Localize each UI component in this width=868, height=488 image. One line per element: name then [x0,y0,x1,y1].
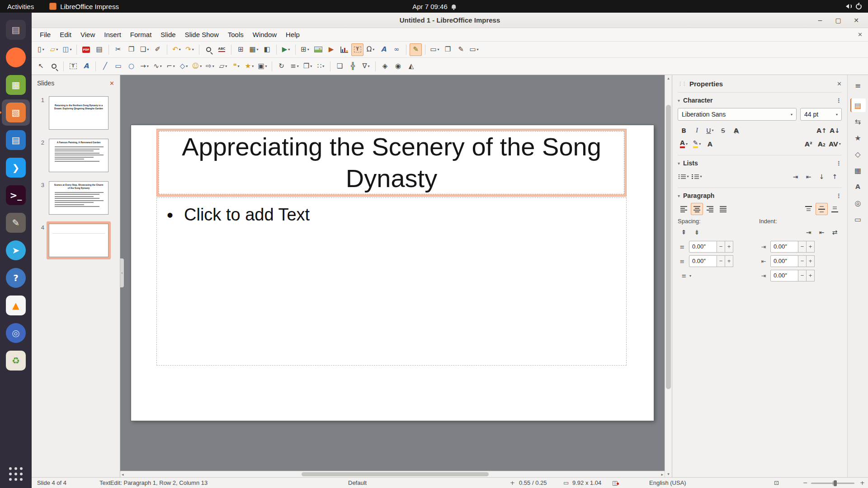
cut-button[interactable]: ✂ [112,43,124,56]
glue-points-button[interactable]: ◉ [392,60,404,73]
menu-tools[interactable]: Tools [223,28,248,42]
dock-item-libreoffice-impress[interactable]: ▧ [2,99,30,126]
insert-special-character-button[interactable]: Ω▾ [364,43,377,56]
slide-thumbnail-1[interactable]: 1Returning to the Northern Song Dynasty … [34,94,120,132]
connectors-button[interactable]: ⌐▾ [165,60,177,73]
toggle-shadow-button[interactable]: A [730,124,742,136]
insert-text-box-button[interactable]: T [351,43,363,56]
highlighting-color-dropdown-icon[interactable]: ▾ [699,142,701,146]
underline-button[interactable]: U▾ [704,124,716,136]
ordered-list-button[interactable]: ▾ [691,170,703,183]
dock-item-vlc[interactable]: ▲ [2,292,30,319]
indent-after-increase-button[interactable]: + [806,255,815,267]
hscroll-track[interactable] [125,471,660,477]
block-arrows-dropdown-icon[interactable]: ▾ [212,64,214,68]
callout-shapes-dropdown-icon[interactable]: ▾ [238,64,240,68]
demote-button[interactable]: ⇥ [789,170,802,183]
rectangle-button[interactable]: ▭ [112,60,124,73]
slide-thumbnail-4[interactable]: 4 [34,221,120,259]
new-slide-button[interactable]: ▭▾ [429,43,441,56]
undo-dropdown-icon[interactable]: ▾ [179,47,181,52]
increase-indent-button[interactable]: ⇥ [802,226,815,238]
unordered-list-dropdown-icon[interactable]: ▾ [687,174,689,178]
spacing-below-input[interactable]: 0.00″ [689,255,717,267]
3d-objects-button[interactable]: ▣▾ [256,60,269,73]
status-cursor-position[interactable]: 0.55 / 0.25 [519,478,547,488]
first-line-indent-increase-button[interactable]: + [806,270,815,282]
superscript-button[interactable]: A² [802,138,815,150]
panel-collapse-handle[interactable]: ‹ [120,258,124,287]
insert-special-character-dropdown-icon[interactable]: ▾ [373,47,374,52]
menu-insert[interactable]: Insert [99,28,126,42]
new-presentation-button[interactable]: ▯▾ [35,43,47,56]
fit-slide-icon[interactable]: ⊡ [774,478,779,488]
block-arrows-button[interactable]: ⇨▾ [204,60,216,73]
align-center-button[interactable] [691,203,703,215]
highlighting-color-button[interactable]: ✎▾ [691,138,703,150]
maximize-button[interactable]: ▢ [834,16,843,25]
close-button[interactable]: ✕ [852,16,861,25]
bold-button[interactable]: B [678,124,690,136]
paragraph-collapse-icon[interactable]: ▾ [678,193,680,198]
insert-table-dropdown-icon[interactable]: ▾ [307,47,309,52]
hscroll-thumb[interactable] [302,472,489,476]
insert-hyperlink-button[interactable]: ∞ [391,43,403,56]
volume-icon[interactable] [844,4,849,9]
master-slide-button[interactable]: ◧ [261,43,273,56]
valign-center-button[interactable] [816,203,828,215]
switch-indent-button[interactable]: ⇄ [829,226,841,238]
find-and-replace-button[interactable] [203,43,215,56]
tab-properties-button[interactable]: ▤ [850,99,866,112]
close-document-icon[interactable]: ✕ [858,31,863,38]
indent-after-input[interactable]: 0.00″ [770,255,798,267]
image-filter-dropdown-icon[interactable]: ▾ [368,64,370,68]
save-status-icon[interactable]: ◫ [612,479,618,486]
properties-close-icon[interactable]: ✕ [837,80,842,87]
export-pdf-button[interactable]: PDF [80,43,92,56]
zoom-in-icon[interactable]: + [860,478,865,488]
align-justified-button[interactable] [717,203,729,215]
undo-button[interactable]: ↶▾ [170,43,183,56]
tab-animation-button[interactable]: ★ [850,131,866,145]
sidebar-menu-button[interactable]: ≡ [850,79,866,92]
dock-item-help[interactable]: ? [2,265,30,291]
spacing-above-decrease-button[interactable]: − [717,241,725,253]
indent-after-decrease-button[interactable]: − [798,255,807,267]
lines-and-arrows-button[interactable]: →▾ [138,60,151,73]
display-grid-button[interactable]: ⊞ [235,43,247,56]
menu-slide-show[interactable]: Slide Show [180,28,223,42]
indent-before-increase-button[interactable]: + [806,241,815,253]
strikethrough-button[interactable]: S [717,124,729,136]
slide-canvas[interactable]: ‹ Appreciating the Scenery of the Song D… [120,75,665,471]
decrease-font-size-button[interactable]: A↓ [829,124,841,136]
slide-properties-dropdown-icon[interactable]: ▾ [477,47,479,52]
insert-chart-button[interactable] [338,43,350,56]
rotate-button[interactable]: ↻ [275,60,288,73]
open-file-dropdown-icon[interactable]: ▾ [56,47,58,52]
new-presentation-dropdown-icon[interactable]: ▾ [42,47,44,52]
dock-item-gimp[interactable]: ✎ [2,210,30,236]
redo-button[interactable]: ↷▾ [184,43,196,56]
crop-image-button[interactable]: ╬ [347,60,359,73]
slide-page[interactable]: Appreciating the Scenery of the Song Dyn… [131,125,654,421]
content-placeholder[interactable]: •Click to add Text [156,197,627,366]
arrange-button[interactable]: ❐▾ [302,60,314,73]
clone-formatting-button[interactable]: ✐ [151,43,164,56]
spelling-button[interactable]: ABC [216,43,228,56]
font-color-dropdown-icon[interactable]: ▾ [686,142,688,146]
power-icon[interactable] [856,4,862,9]
menu-window[interactable]: Window [248,28,281,42]
open-file-button[interactable]: ▱▾ [48,43,60,56]
menu-help[interactable]: Help [281,28,304,42]
dock-item-libreoffice-writer[interactable]: ▤ [2,127,30,153]
font-name-dropdown-icon[interactable]: ▾ [788,113,793,117]
lines-and-arrows-dropdown-icon[interactable]: ▾ [147,64,149,68]
flowchart-dropdown-icon[interactable]: ▾ [225,64,227,68]
lists-more-options-icon[interactable]: ⋮ [836,160,842,167]
show-draw-functions-button[interactable]: ✎ [410,43,422,56]
activities-button[interactable]: Activities [7,3,34,10]
ordered-list-dropdown-icon[interactable]: ▾ [700,174,702,178]
toggle-extrusion-button[interactable]: ◭ [405,60,417,73]
tab-styles-button[interactable]: A [850,180,866,193]
dock-item-terminal[interactable]: >_ [2,182,30,208]
